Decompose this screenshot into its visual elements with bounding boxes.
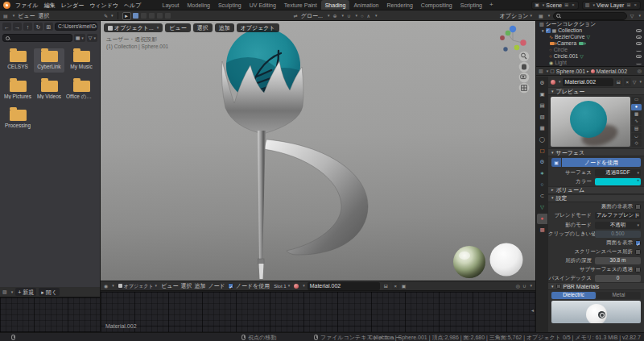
blend-mode-dropdown[interactable]: アルファブレンド▾ [595,212,641,219]
zoom-button[interactable] [519,52,530,62]
folder-my-music[interactable]: My Music [65,48,97,73]
ssr-checkbox[interactable] [635,249,641,255]
surface-shader-dropdown[interactable]: 透過BSDF▾ [595,169,641,177]
file-browser-select-menu[interactable]: 選択 [39,13,50,19]
up-button[interactable]: ↑ [23,23,32,31]
pbr-dielectric-tab[interactable]: Dielectric [551,292,596,299]
pin-icon[interactable]: ◎ [638,69,642,73]
preview-cube-button[interactable]: ▦ [631,111,642,118]
preview-cloth-button[interactable]: ▤ [631,126,642,132]
tab-rendering[interactable]: Rendering [383,0,417,10]
file-browser-view-menu[interactable]: ビュー [18,13,35,19]
settings-panel-header[interactable]: ▾ 設定 [548,194,644,202]
outliner-row-scene-collection[interactable]: ▥ シーンコレクション [536,21,644,27]
sidebar-toggle-arrow[interactable]: ◂ [531,308,534,313]
properties-type-icon[interactable]: ▥ [539,69,543,73]
breadcrumb-material[interactable]: Material.002 [597,69,628,74]
breadcrumb-object[interactable]: Sphere.001 [556,69,585,74]
preview-fluid-button[interactable]: ◡ [631,133,642,139]
menu-help[interactable]: ヘルプ [124,2,142,8]
new-image-button[interactable]: +新規 [15,288,36,296]
pbr-panel-header[interactable]: ▾ PBR Materials [548,282,644,290]
slot-dropdown[interactable]: Slot 1▾ [272,282,291,290]
visibility-eye-icon[interactable] [636,29,642,33]
unlink-material-button[interactable]: × [392,282,399,290]
pbr-enable-checkbox[interactable] [556,284,561,289]
preview-shaderball-button[interactable]: ◇ [631,140,642,147]
preview-flat-button[interactable]: ▭ [631,97,642,103]
tab-world-icon[interactable]: ◯ [537,135,547,145]
unlink-material-button[interactable]: × [624,78,631,86]
sss-translucency-checkbox[interactable] [635,267,641,272]
visibility-eye-icon[interactable] [636,55,642,59]
pan-hand-button[interactable] [519,62,530,73]
tab-object-icon[interactable]: ▢ [537,146,547,156]
outliner-filter-icon[interactable]: ▽ [630,14,634,19]
view-layer-selector[interactable]: ▥▾ View Layer ⊞ × [582,1,641,10]
tab-compositing[interactable]: Compositing [417,0,456,10]
material-icon[interactable] [551,80,555,85]
shadow-mode-dropdown[interactable]: 不透明▾ [595,222,641,229]
material-datablock[interactable]: Material.002 [308,282,380,290]
select-box-tool-button[interactable]: ► [122,12,131,20]
snap-node-icon[interactable]: ∪ [522,284,526,289]
pass-index-field[interactable]: 0 [595,275,641,282]
fake-user-icon[interactable]: ▣ [402,284,407,289]
visibility-eye-icon[interactable] [636,35,642,40]
backface-culling-checkbox[interactable] [635,204,641,210]
preview-panel-header[interactable]: ▾ プレビュー [548,87,644,95]
folder-processing[interactable]: Processing [2,107,33,131]
tab-output-icon[interactable]: ▤ [537,101,547,111]
forward-button[interactable]: → [13,23,22,31]
tool-options-dropdown[interactable]: オプション [500,13,529,19]
menu-render[interactable]: レンダー [61,2,85,8]
refresh-button[interactable]: ↻ [34,23,43,31]
outliner-row-collection[interactable]: ▾ ▦ Collection [536,27,644,34]
visibility-eye-icon[interactable] [636,42,642,46]
menu-edit[interactable]: 編集 [44,2,56,8]
tab-render-icon[interactable]: ▣ [537,89,547,100]
outliner-row-circle001[interactable]: ○ Circle.001 ▽ [536,53,644,60]
tab-material-icon[interactable]: ● [537,214,547,224]
open-image-button[interactable]: ▸開く [39,288,60,296]
image-editor-type-icon[interactable]: ▨ [2,289,7,294]
proportional-edit-icon[interactable]: ○ [361,14,364,19]
shader-node-canvas[interactable]: Material.002 ◂ [101,292,535,332]
tab-object-data-icon[interactable]: ▽ [537,202,547,213]
active-tool-icon[interactable]: ✎ [104,14,108,19]
material-icon[interactable] [294,284,299,289]
filter-toggle[interactable]: ▽▾ [87,34,97,42]
shader-add-menu[interactable]: 追加 [194,283,205,289]
tab-modeling[interactable]: Modeling [184,0,214,10]
snap-magnet-icon[interactable]: ∪ [347,14,350,19]
new-scene-button[interactable]: ⊞ [564,2,569,7]
folder-celsys[interactable]: CELSYS [2,48,33,73]
folder-cyberlink[interactable]: CyberLink [34,48,64,73]
pin-icon[interactable]: ◎ [516,284,520,289]
shader-view-menu[interactable]: ビュー [161,283,178,289]
menu-window[interactable]: ウィンドウ [89,2,118,8]
new-view-layer-button[interactable]: ⊞ [625,2,631,7]
outliner-display-mode-icon[interactable]: ▦ [539,14,543,19]
tab-scene-icon[interactable]: ▦ [537,123,547,134]
outliner-row-beziercurve[interactable]: ∿ BezierCurve ▽ [536,34,644,40]
collection-checkbox[interactable] [546,28,551,33]
close-scene-button[interactable]: × [571,2,576,7]
tab-modifiers-icon[interactable]: ⚙ [537,157,547,168]
viewport-add-menu[interactable]: 追加 [215,23,234,32]
outliner-row-light[interactable]: ◉ Light [536,60,644,66]
display-mode-toggle[interactable]: ▦▾ [74,34,85,42]
blender-logo-icon[interactable] [3,2,10,9]
file-search-input[interactable] [2,34,72,42]
image-editor-canvas[interactable] [0,297,100,332]
surface-panel-header[interactable]: ▾ サーフェス [548,148,644,156]
visibility-eye-closed-icon[interactable] [636,49,642,52]
select-mode-intersect[interactable] [165,13,171,19]
tab-animation[interactable]: Animation [349,0,382,10]
viewport-object-menu[interactable]: オブジェクト [237,23,279,32]
mode-dropdown[interactable]: オブジェクト...▾ [104,23,163,32]
tab-particles-icon[interactable]: ∗ [537,168,547,179]
camera-view-button[interactable] [519,73,530,83]
tab-layout[interactable]: Layout [158,0,183,10]
preview-hair-button[interactable]: ∿ [631,119,642,125]
